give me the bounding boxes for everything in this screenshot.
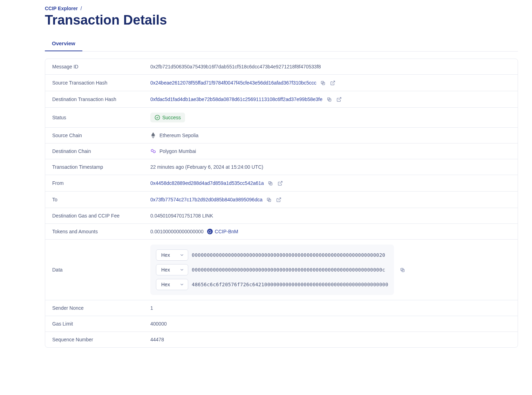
data-hex-value: 48656c6c6f20576f726c64210000000000000000… xyxy=(192,282,388,287)
label-to: To xyxy=(52,197,150,202)
svg-point-6 xyxy=(155,115,159,120)
row-source-tx: Source Transaction Hash 0x24beae2612078f… xyxy=(45,75,518,91)
label-source-chain: Source Chain xyxy=(52,133,150,138)
label-status: Status xyxy=(52,115,150,120)
row-message-id: Message ID 0x2fb721d506350a75439b16f7dab… xyxy=(45,59,518,75)
external-link-icon[interactable] xyxy=(276,196,282,203)
row-source-chain: Source Chain Ethereum Sepolia xyxy=(45,128,518,143)
token-symbol: CCIP-BnM xyxy=(215,229,238,234)
label-gas-fee: Destination Gas and CCIP Fee xyxy=(52,213,150,219)
row-status: Status Success xyxy=(45,108,518,128)
select-label: Hex xyxy=(161,267,170,273)
label-tokens: Tokens and Amounts xyxy=(52,229,150,234)
label-seq: Sequence Number xyxy=(52,337,150,342)
status-text: Success xyxy=(162,115,181,120)
value-timestamp: 22 minutes ago (February 6, 2024 at 15:2… xyxy=(150,164,511,170)
chevron-down-icon xyxy=(179,282,184,287)
dest-chain-name: Polygon Mumbai xyxy=(159,148,196,154)
copy-icon[interactable] xyxy=(400,267,406,273)
token-icon: ⬡ xyxy=(207,229,213,234)
token-link[interactable]: ⬡ CCIP-BnM xyxy=(207,229,238,234)
label-message-id: Message ID xyxy=(52,64,150,69)
data-format-select[interactable]: Hex xyxy=(156,264,188,275)
breadcrumb-sep: / xyxy=(81,6,82,11)
data-format-select[interactable]: Hex xyxy=(156,249,188,261)
breadcrumb: CCIP Explorer / xyxy=(45,6,518,11)
label-data: Data xyxy=(52,267,150,273)
row-dest-tx: Destination Transaction Hash 0xfdac5d1fa… xyxy=(45,91,518,108)
label-dest-tx: Destination Transaction Hash xyxy=(52,96,150,102)
tabs: Overview xyxy=(45,36,518,52)
value-message-id: 0x2fb721d506350a75439b16f7dab551cf518c6d… xyxy=(150,64,511,69)
data-hex-value: 0000000000000000000000000000000000000000… xyxy=(192,267,385,273)
external-link-icon[interactable] xyxy=(277,180,284,186)
data-panel: Hex 000000000000000000000000000000000000… xyxy=(150,245,394,295)
copy-icon[interactable] xyxy=(326,96,332,102)
label-timestamp: Transaction Timestamp xyxy=(52,164,150,170)
source-chain: Ethereum Sepolia xyxy=(150,133,198,138)
row-data: Data Hex 0000000000000000000000000000000… xyxy=(45,240,518,300)
polygon-icon xyxy=(150,148,156,154)
copy-icon[interactable] xyxy=(267,180,274,186)
svg-line-2 xyxy=(333,81,335,83)
value-gas-limit: 400000 xyxy=(150,321,511,327)
breadcrumb-parent-link[interactable]: CCIP Explorer xyxy=(45,6,78,11)
row-dest-chain: Destination Chain Polygon Mumbai xyxy=(45,143,518,159)
from-link[interactable]: 0x4458dc82889ed288d4ad7d859a1d535cc542a6… xyxy=(150,180,264,186)
row-gas-limit: Gas Limit 400000 xyxy=(45,316,518,332)
label-nonce: Sender Nonce xyxy=(52,305,150,311)
external-link-icon[interactable] xyxy=(336,96,342,102)
label-source-tx: Source Transaction Hash xyxy=(52,80,150,86)
token-amount: 0.001000000000000000 xyxy=(150,229,204,234)
row-from: From 0x4458dc82889ed288d4ad7d859a1d535cc… xyxy=(45,175,518,192)
svg-line-12 xyxy=(279,198,281,200)
row-to: To 0x73fb77574c27c17b2d92d0d85b840a98950… xyxy=(45,192,518,208)
value-gas-fee: 0.04501094701751708 LINK xyxy=(150,213,511,219)
value-nonce: 1 xyxy=(150,305,511,311)
dest-tx-link[interactable]: 0xfdac5d1fad4db1ae3be72b58da0878d61c2569… xyxy=(150,96,322,102)
label-gas-limit: Gas Limit xyxy=(52,321,150,327)
row-tokens: Tokens and Amounts 0.001000000000000000 … xyxy=(45,224,518,240)
source-tx-link[interactable]: 0x24beae2612078f55ffad71f9784f0047f45cfe… xyxy=(150,80,316,86)
data-format-select[interactable]: Hex xyxy=(156,279,188,290)
svg-line-5 xyxy=(339,97,341,100)
details-card: Message ID 0x2fb721d506350a75439b16f7dab… xyxy=(45,59,518,348)
dest-chain: Polygon Mumbai xyxy=(150,148,196,154)
chevron-down-icon xyxy=(179,267,184,272)
source-chain-name: Ethereum Sepolia xyxy=(159,133,198,138)
data-hex-value: 0000000000000000000000000000000000000000… xyxy=(192,252,385,258)
svg-line-9 xyxy=(280,181,282,183)
row-gas-fee: Destination Gas and CCIP Fee 0.045010947… xyxy=(45,208,518,224)
external-link-icon[interactable] xyxy=(330,80,336,86)
copy-icon[interactable] xyxy=(266,196,272,203)
data-line: Hex 000000000000000000000000000000000000… xyxy=(156,249,388,261)
copy-icon[interactable] xyxy=(320,80,326,86)
select-label: Hex xyxy=(161,252,170,258)
ethereum-icon xyxy=(150,133,156,138)
value-seq: 44478 xyxy=(150,337,511,342)
check-circle-icon xyxy=(155,115,160,120)
data-line: Hex 000000000000000000000000000000000000… xyxy=(156,264,388,275)
row-timestamp: Transaction Timestamp 22 minutes ago (Fe… xyxy=(45,159,518,175)
page-title: Transaction Details xyxy=(45,13,518,28)
row-nonce: Sender Nonce 1 xyxy=(45,300,518,316)
chevron-down-icon xyxy=(179,253,184,257)
label-dest-chain: Destination Chain xyxy=(52,148,150,154)
tab-overview[interactable]: Overview xyxy=(45,36,82,51)
label-from: From xyxy=(52,180,150,186)
status-badge: Success xyxy=(150,113,185,122)
row-seq: Sequence Number 44478 xyxy=(45,332,518,347)
to-link[interactable]: 0x73fb77574c27c17b2d92d0d85b840a9895096d… xyxy=(150,197,262,202)
select-label: Hex xyxy=(161,282,170,287)
data-line: Hex 48656c6c6f20576f726c6421000000000000… xyxy=(156,279,388,290)
